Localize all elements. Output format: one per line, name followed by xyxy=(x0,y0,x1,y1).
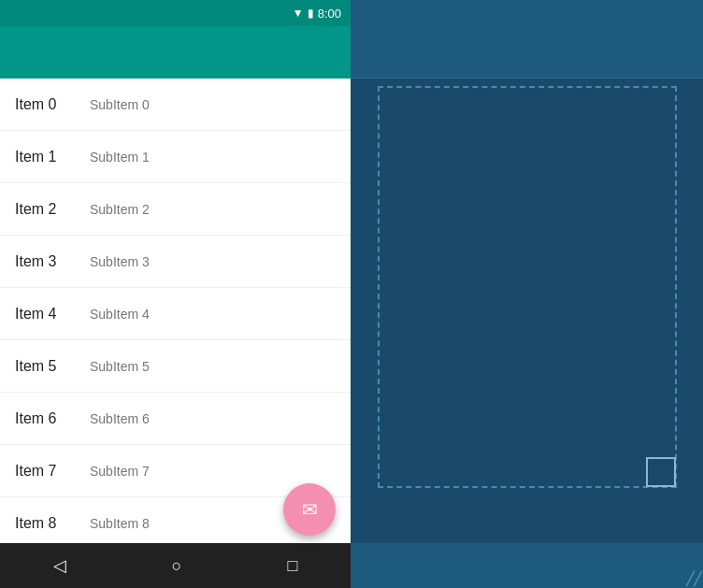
item-primary-text: Item 1 xyxy=(15,149,90,165)
design-bottom-bar: ╱╱ xyxy=(351,543,703,588)
list-item[interactable]: Item 1SubItem 1 xyxy=(0,131,351,183)
item-secondary-text: SubItem 3 xyxy=(90,254,150,269)
item-primary-text: Item 3 xyxy=(15,253,90,270)
design-inner-box xyxy=(378,86,677,488)
design-top-bar xyxy=(351,0,703,26)
item-primary-text: Item 4 xyxy=(15,306,90,323)
recents-button[interactable]: □ xyxy=(269,549,317,583)
list-item[interactable]: Item 5SubItem 5 xyxy=(0,340,351,393)
item-secondary-text: SubItem 5 xyxy=(90,359,150,374)
list-item[interactable]: Item 2SubItem 2 xyxy=(0,183,351,236)
list-container[interactable]: Item 0SubItem 0Item 1SubItem 1Item 2SubI… xyxy=(0,79,351,543)
design-corner-box xyxy=(646,457,676,487)
item-secondary-text: SubItem 2 xyxy=(90,202,150,217)
item-primary-text: Item 7 xyxy=(15,463,90,480)
list-item[interactable]: Item 4SubItem 4 xyxy=(0,288,351,340)
item-primary-text: Item 0 xyxy=(15,96,90,113)
status-bar-icons: ▼ ▮ 8:00 xyxy=(293,7,341,21)
item-primary-text: Item 8 xyxy=(15,515,90,532)
fab-button[interactable]: ✉ xyxy=(283,483,336,536)
item-primary-text: Item 2 xyxy=(15,201,90,218)
item-primary-text: Item 6 xyxy=(15,410,90,427)
battery-icon: ▮ xyxy=(308,7,314,20)
status-bar: ▼ ▮ 8:00 xyxy=(0,0,351,26)
email-icon: ✉ xyxy=(302,498,318,521)
wifi-icon: ▼ xyxy=(293,7,304,20)
time-display: 8:00 xyxy=(318,7,341,21)
item-secondary-text: SubItem 8 xyxy=(90,516,150,531)
item-secondary-text: SubItem 1 xyxy=(90,150,150,165)
nav-bar: ◁ ○ □ xyxy=(0,543,351,588)
item-primary-text: Item 5 xyxy=(15,358,90,375)
item-secondary-text: SubItem 7 xyxy=(90,464,150,479)
phone-panel: ▼ ▮ 8:00 Item 0SubItem 0Item 1SubItem 1I… xyxy=(0,0,351,588)
design-app-bar xyxy=(351,26,703,79)
home-button[interactable]: ○ xyxy=(153,549,201,583)
design-content xyxy=(351,79,703,543)
item-secondary-text: SubItem 0 xyxy=(90,97,150,112)
diagonal-lines-icon: ╱╱ xyxy=(686,571,701,586)
list-item[interactable]: Item 6SubItem 6 xyxy=(0,393,351,445)
item-secondary-text: SubItem 6 xyxy=(90,411,150,426)
design-panel: ╱╱ xyxy=(351,0,703,588)
screen-container: ▼ ▮ 8:00 Item 0SubItem 0Item 1SubItem 1I… xyxy=(0,0,703,588)
app-bar xyxy=(0,26,351,79)
list-item[interactable]: Item 3SubItem 3 xyxy=(0,236,351,288)
back-button[interactable]: ◁ xyxy=(35,548,85,583)
list-item[interactable]: Item 0SubItem 0 xyxy=(0,79,351,131)
item-secondary-text: SubItem 4 xyxy=(90,307,150,322)
